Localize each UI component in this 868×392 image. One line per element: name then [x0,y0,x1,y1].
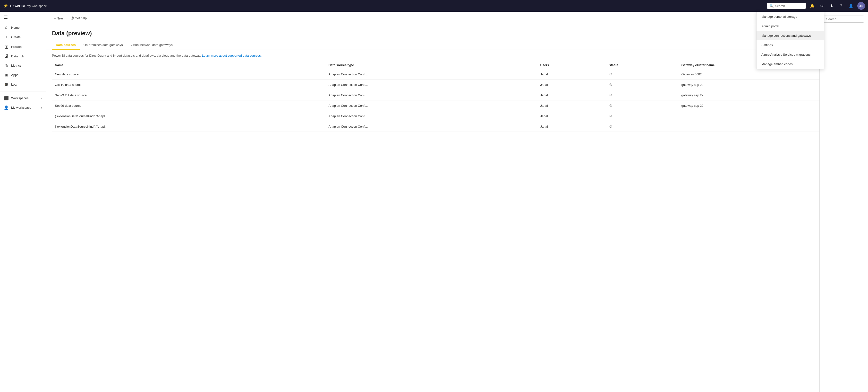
sidebar-item-browse-label: Browse [11,45,22,49]
table-row: Oct 10 data source Anaplan Connection Co… [52,80,862,90]
workspace-label: My workspace [27,4,47,8]
data-table: Name ↑ Data source type Users Status Gat… [52,61,862,132]
home-icon: ⌂ [4,25,9,30]
brand: ⚡ Power BI My workspace [3,3,47,8]
cell-status-2: ☺ [606,90,679,101]
cell-name-1: Oct 10 data source [52,80,326,90]
settings-button[interactable]: ⚙ [817,1,826,10]
tabs: Data sources On-premises data gateways V… [46,40,868,50]
get-help-button[interactable]: ⓪ Get help [69,15,89,21]
topbar-icons: 🔔 ⚙ ⬇ ? 👤 JA [808,1,865,10]
workspaces-chevron-icon: › [41,97,42,100]
search-icon: 🔍 [769,4,774,8]
sidebar-item-home[interactable]: ⌂ Home [0,23,46,32]
dropdown-item-azure-migrations[interactable]: Azure Analysis Services migrations [756,50,824,59]
learn-icon: 🎓 [4,82,9,87]
sidebar-item-learn[interactable]: 🎓 Learn [0,80,46,89]
avatar[interactable]: JA [857,2,865,10]
layout: ☰ ⌂ Home ＋ Create ◫ Browse 🗄 Data hub ◎ … [0,12,868,392]
tab-virtual-network[interactable]: Virtual network data gateways [127,40,177,50]
dropdown-item-connections-gateways[interactable]: Manage connections and gateways [756,31,824,40]
sort-icon: ↑ [65,64,67,67]
cell-type-1: Anaplan Connection Confi... [326,80,537,90]
cell-name-2: Sep29 2.1 data source [52,90,326,101]
sidebar-item-browse[interactable]: ◫ Browse [0,42,46,52]
sidebar-item-datahub[interactable]: 🗄 Data hub [0,52,46,61]
col-header-name[interactable]: Name ↑ [52,61,326,69]
sidebar-section-myworkspace[interactable]: 👤 My workspace › [0,103,46,112]
main-content: + New ⓪ Get help Data (preview) Data sou… [46,12,868,392]
new-button[interactable]: + New [52,16,65,21]
cell-name-5: {"extensionDataSourceKind":"Anapl... [52,121,326,132]
col-header-type[interactable]: Data source type [326,61,537,69]
cell-status-0: ☺ [606,69,679,80]
table-row: Sep29 data source Anaplan Connection Con… [52,101,862,111]
dropdown-item-embed-codes[interactable]: Manage embed codes [756,59,824,69]
cell-users-2: Janal [537,90,606,101]
hamburger-button[interactable]: ☰ [0,12,46,23]
cell-type-3: Anaplan Connection Confi... [326,101,537,111]
cell-name-0: New data source [52,69,326,80]
search-box[interactable]: 🔍 [767,3,806,9]
sidebar-item-home-label: Home [11,26,20,29]
cell-users-3: Janal [537,101,606,111]
workspaces-icon: ⬛ [4,96,9,101]
cell-name-4: {"extensionDataSourceKind":"Anapl... [52,111,326,121]
learn-more-link[interactable]: Learn more about supported data sources. [202,54,262,57]
sidebar-item-create[interactable]: ＋ Create [0,32,46,42]
cell-type-2: Anaplan Connection Confi... [326,90,537,101]
datahub-icon: 🗄 [4,54,9,58]
sidebar-item-apps[interactable]: ⊞ Apps [0,70,46,80]
search-input[interactable] [775,4,803,8]
table-row: {"extensionDataSourceKind":"Anapl... Ana… [52,111,862,121]
right-search-input[interactable] [824,16,864,23]
toolbar: + New ⓪ Get help [46,12,868,25]
tab-on-premises[interactable]: On-premises data gateways [80,40,127,50]
sidebar-item-metrics[interactable]: ◎ Metrics [0,61,46,70]
data-table-wrapper: Name ↑ Data source type Users Status Gat… [46,61,868,132]
help-button[interactable]: ? [837,1,846,10]
cell-users-5: Janal [537,121,606,132]
profile-button[interactable]: 👤 [847,1,856,10]
sidebar-item-metrics-label: Metrics [11,64,21,67]
apps-icon: ⊞ [4,73,9,77]
cell-status-4: ☺ [606,111,679,121]
page-title: Data (preview) [52,30,862,37]
tab-data-sources[interactable]: Data sources [52,40,80,50]
table-row: {"extensionDataSourceKind":"Anapl... Ana… [52,121,862,132]
download-button[interactable]: ⬇ [827,1,836,10]
create-icon: ＋ [4,34,9,39]
sidebar-section-workspaces[interactable]: ⬛ Workspaces › [0,93,46,103]
notifications-button[interactable]: 🔔 [808,1,816,10]
page-description: Power BI data sources for DirectQuery an… [46,50,868,61]
cell-users-1: Janal [537,80,606,90]
power-bi-logo-icon: ⚡ [3,3,8,8]
cell-users-0: Janal [537,69,606,80]
col-header-status[interactable]: Status [606,61,679,69]
myworkspace-chevron-icon: › [41,106,42,109]
topbar: ⚡ Power BI My workspace 🔍 🔔 ⚙ ⬇ ? 👤 JA [0,0,868,12]
right-search-panel [819,12,868,392]
settings-dropdown: Manage personal storageAdmin portalManag… [756,12,824,69]
cell-status-1: ☺ [606,80,679,90]
sidebar-item-apps-label: Apps [11,73,19,77]
table-row: New data source Anaplan Connection Confi… [52,69,862,80]
browse-icon: ◫ [4,45,9,49]
cell-name-3: Sep29 data source [52,101,326,111]
dropdown-item-settings[interactable]: Settings [756,40,824,50]
cell-status-3: ☺ [606,101,679,111]
dropdown-item-admin-portal[interactable]: Admin portal [756,21,824,31]
sidebar: ☰ ⌂ Home ＋ Create ◫ Browse 🗄 Data hub ◎ … [0,12,46,392]
cell-users-4: Janal [537,111,606,121]
sidebar-item-create-label: Create [11,35,21,39]
dropdown-item-personal-storage[interactable]: Manage personal storage [756,12,824,21]
table-row: Sep29 2.1 data source Anaplan Connection… [52,90,862,101]
table-header-row: Name ↑ Data source type Users Status Gat… [52,61,862,69]
myworkspace-icon: 👤 [4,105,9,110]
col-header-users[interactable]: Users [537,61,606,69]
sidebar-item-learn-label: Learn [11,83,19,86]
sidebar-myworkspace-label: My workspace [11,106,31,109]
cell-status-5: ☺ [606,121,679,132]
brand-name: Power BI [10,4,25,8]
cell-type-5: Anaplan Connection Confi... [326,121,537,132]
